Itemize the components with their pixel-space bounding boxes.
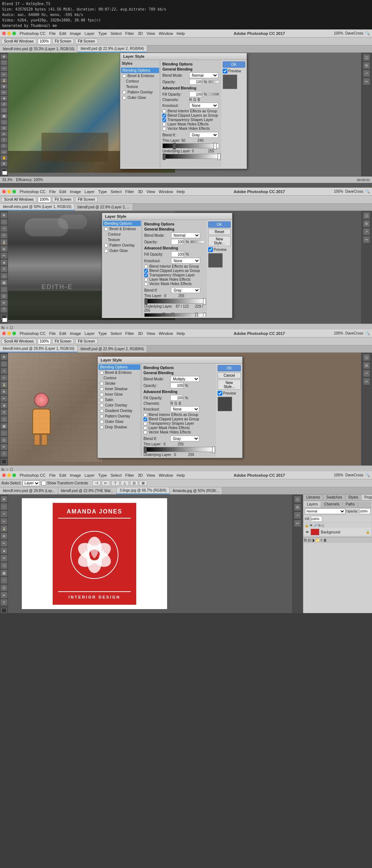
style3-blending[interactable]: Blending Options [98,364,140,370]
menu3-window[interactable]: Window [159,331,173,336]
tool-dodge[interactable]: ◎ [1,126,7,131]
menu-window[interactable]: Window [159,31,173,36]
maximize-button-4[interactable] [12,473,16,477]
knockout-select-2[interactable]: None [171,258,200,264]
underlying-handle-right-1[interactable] [218,153,221,160]
style3-drop-shadow[interactable]: Drop Shadow [98,424,140,430]
tab-2-1[interactable]: blendf-intro.psd @ 50% (Layer 1, RGB/16) [0,204,75,211]
pattern-check-2[interactable] [104,244,108,247]
align-btn-6[interactable]: ⊞ [139,480,147,486]
opacity-input-2[interactable] [171,239,184,245]
layer-styles-icon[interactable]: fx [304,538,307,542]
link-icon[interactable]: 🔗 [314,524,318,527]
blend-interior-check-1[interactable] [162,109,166,113]
outer-glow-check-2[interactable] [104,249,108,253]
tool-clone[interactable]: ◈ [1,96,7,101]
blend-clipped-check-3[interactable] [143,417,147,421]
menu-3d[interactable]: 3D [138,31,143,36]
opacity-value-4[interactable] [359,508,371,514]
style-outer-glow-1[interactable]: Outer Glow [121,95,159,100]
add-mask-icon[interactable]: ⊡ [308,538,311,542]
menu4-image[interactable]: Image [70,473,81,477]
search-icon-1[interactable]: 🔍 [365,31,370,35]
drop-shadow-check-3[interactable] [100,425,104,429]
fill-opacity-input-1[interactable] [189,91,202,97]
close-button-1[interactable] [2,32,6,35]
tab-3-2[interactable]: blendf.psd @ 22.9% (Layer 2, RGB/84) [78,345,147,352]
tool2-select[interactable]: ⬚ [1,219,7,225]
tool-heal[interactable]: ⊕ [1,84,7,89]
tool2-crop[interactable]: ✂ [1,233,7,239]
style3-contour[interactable]: Contour [98,375,140,381]
tool2-clone[interactable]: ◈ [1,260,7,265]
panel-icon-4a[interactable]: ◫ [294,496,301,503]
tool4-pen[interactable]: ✒ [1,592,7,598]
fill-opacity-slider-1[interactable] [209,93,219,96]
blend-interior-check-2[interactable] [144,265,148,268]
minimize-button-2[interactable] [7,190,11,193]
menu3-select[interactable]: Select [110,331,122,336]
tool2-eyedrop[interactable]: ⌛ [1,239,7,245]
align-btn-3[interactable]: ⊤ [111,480,120,486]
swatches-tab[interactable]: Swatches [323,495,345,500]
tool-history[interactable]: ↺ [1,102,7,107]
blend-if-select-3[interactable]: Gray [170,436,199,441]
reset-button-2[interactable]: Reset [208,229,231,235]
align-btn-4[interactable]: ⊥ [121,480,129,486]
tool-zoom[interactable]: ⊕ [1,161,7,166]
close-button-3[interactable] [2,332,6,335]
search-icon-4[interactable]: 🔍 [365,473,370,477]
fill-value-4[interactable] [311,516,322,522]
tool2-text[interactable]: T [1,307,7,313]
tool4-gradient[interactable]: ▦ [1,570,7,576]
menu3-view[interactable]: View [146,331,155,336]
style-bevel-emboss-1[interactable]: Bevel & Emboss [121,73,159,79]
mask-icon[interactable]: ◻ [322,524,324,527]
bevel-check-3[interactable] [100,371,104,375]
menu2-window[interactable]: Window [159,189,173,194]
layers-tab[interactable]: Layers [304,501,321,507]
panel-icon-2b[interactable]: ⊞ [363,220,370,227]
preview-check-1[interactable] [223,69,227,73]
fx-circle-2[interactable]: ○ [6,325,9,330]
ok-button-3[interactable]: OK [218,365,241,371]
blend-if-select-2[interactable]: Gray [171,287,200,293]
menu-edit[interactable]: Edit [59,31,66,36]
menu-layer[interactable]: Layer [85,31,95,36]
blend-mode-select-3[interactable]: Multiply [170,376,199,382]
menu4-select[interactable]: Select [110,473,122,477]
this-layer-handle-left-3[interactable] [144,447,147,453]
menu2-layer[interactable]: Layer [85,189,95,194]
layer-mask-check-2[interactable] [144,278,148,281]
foreground-color-4[interactable] [1,608,7,613]
tab-2-2[interactable]: blendf.psd @ 22.9% (Layer 2, ... [75,204,133,211]
this-layer-handle-left-2[interactable] [145,298,147,305]
panel-icon-4d[interactable]: ⇔ [294,520,301,527]
panel-icon-3b[interactable]: ⊞ [363,362,370,369]
zoom-input-2[interactable] [38,197,51,203]
fx-circle-3[interactable]: ○ [6,467,9,472]
minimize-button-1[interactable] [7,32,11,35]
search-icon-3[interactable]: 🔍 [365,331,370,335]
properties-tab[interactable]: Properties [361,495,372,500]
menu-help[interactable]: Help [177,31,185,36]
channels-tab[interactable]: Channels [321,501,343,507]
tool3-eraser[interactable]: ◻ [1,416,7,422]
align-btn-5[interactable]: ⊡ [130,480,138,486]
vector-mask-check-2[interactable] [144,282,148,286]
tool4-heal[interactable]: ⊕ [1,533,7,539]
cancel-button-3[interactable]: Cancel [218,372,241,379]
menu4-file[interactable]: File [49,473,56,477]
tool4-lasso[interactable]: ⌖ [1,511,7,517]
tool3-blur[interactable]: ◌ [1,430,7,436]
tool2-brush[interactable]: ✏ [1,253,7,259]
menu4-layer[interactable]: Layer [85,473,95,477]
underlying-slider-1[interactable] [162,154,219,159]
panel-icon-2a[interactable]: ◫ [363,212,370,219]
vector-mask-check-1[interactable] [162,127,166,131]
visibility-icon[interactable]: 👁 [310,524,313,527]
scroll-all-windows-btn-1[interactable]: Scroll All Windows [1,39,36,44]
tool3-clone[interactable]: ◈ [1,403,7,408]
transparency-check-3[interactable] [143,422,147,425]
tool-crop[interactable]: ✂ [1,72,7,77]
